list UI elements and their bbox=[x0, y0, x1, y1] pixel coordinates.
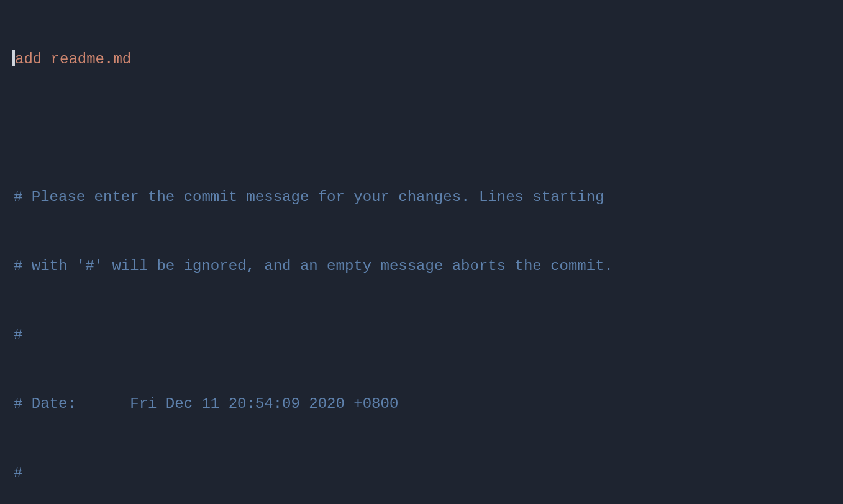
blank-line bbox=[14, 117, 843, 140]
comment-line: # bbox=[14, 461, 843, 484]
comment-line: # Please enter the commit message for yo… bbox=[14, 186, 843, 209]
commit-message-text: add readme.md bbox=[15, 51, 131, 68]
commit-message-line[interactable]: add readme.md bbox=[14, 48, 843, 71]
comment-date-line: # Date: Fri Dec 11 20:54:09 2020 +0800 bbox=[14, 392, 843, 415]
text-editor-area[interactable]: add readme.md # Please enter the commit … bbox=[0, 0, 843, 504]
comment-line: # with '#' will be ignored, and an empty… bbox=[14, 254, 843, 277]
comment-line: # bbox=[14, 323, 843, 346]
